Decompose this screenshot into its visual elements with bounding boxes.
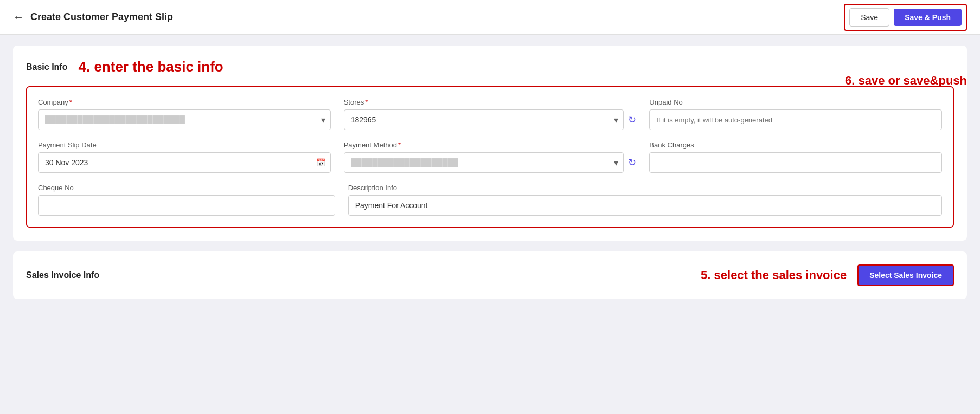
sales-invoice-section: Sales Invoice Info 5. select the sales i… bbox=[13, 251, 967, 299]
form-row-1: Company* ██████████████████████████ ▾ S bbox=[38, 98, 942, 130]
stores-group: Stores* 182965 ▾ ↻ bbox=[344, 98, 637, 130]
company-group: Company* ██████████████████████████ ▾ bbox=[38, 98, 331, 130]
unpaid-no-input[interactable] bbox=[649, 109, 942, 130]
step4-annotation: 4. enter the basic info bbox=[78, 59, 223, 75]
description-info-label: Description Info bbox=[348, 184, 942, 192]
header-actions: Save Save & Push bbox=[844, 4, 967, 31]
payment-slip-date-input[interactable] bbox=[38, 152, 331, 173]
sales-invoice-title: Sales Invoice Info bbox=[26, 270, 99, 280]
unpaid-no-label: Unpaid No bbox=[649, 98, 942, 106]
stores-label: Stores* bbox=[344, 98, 637, 106]
stores-select-control: 182965 ▾ ↻ bbox=[344, 109, 637, 130]
cheque-no-input[interactable] bbox=[38, 195, 335, 216]
company-select[interactable]: ██████████████████████████ bbox=[38, 109, 331, 130]
page-title: Create Customer Payment Slip bbox=[30, 11, 173, 23]
select-sales-invoice-button[interactable]: Select Sales Invoice bbox=[857, 264, 954, 286]
payment-method-select[interactable]: ████████████████████ bbox=[344, 152, 624, 173]
back-button[interactable]: ← bbox=[13, 11, 24, 23]
payment-slip-date-label: Payment Slip Date bbox=[38, 141, 331, 149]
payment-slip-date-group: Payment Slip Date 📅 bbox=[38, 141, 331, 173]
stores-refresh-icon[interactable]: ↻ bbox=[628, 114, 636, 126]
company-select-control: ██████████████████████████ ▾ bbox=[38, 109, 331, 130]
bank-charges-group: Bank Charges bbox=[649, 141, 942, 173]
form-outline: Company* ██████████████████████████ ▾ S bbox=[26, 86, 954, 228]
company-label: Company* bbox=[38, 98, 331, 106]
stores-select-wrapper: 182965 ▾ bbox=[344, 109, 624, 130]
step5-annotation: 5. select the sales invoice bbox=[701, 268, 847, 282]
payment-method-group: Payment Method* ████████████████████ ▾ ↻ bbox=[344, 141, 637, 173]
section-title: Basic Info bbox=[26, 62, 67, 72]
stores-select[interactable]: 182965 bbox=[344, 109, 624, 130]
payment-method-label: Payment Method* bbox=[344, 141, 637, 149]
form-row-2: Payment Slip Date 📅 Payment Method* ████… bbox=[38, 141, 942, 173]
step6-annotation: 6. save or save&push bbox=[845, 74, 967, 88]
company-select-wrapper: ██████████████████████████ ▾ bbox=[38, 109, 331, 130]
save-button[interactable]: Save bbox=[849, 8, 889, 27]
header-left: ← Create Customer Payment Slip bbox=[13, 11, 173, 23]
header: ← Create Customer Payment Slip Save Save… bbox=[0, 0, 980, 35]
cheque-no-group: Cheque No bbox=[38, 184, 335, 216]
bank-charges-input[interactable] bbox=[649, 152, 942, 173]
main-content: 6. save or save&push Basic Info 4. enter… bbox=[0, 35, 980, 310]
cheque-no-label: Cheque No bbox=[38, 184, 335, 192]
payment-method-select-wrapper: ████████████████████ ▾ bbox=[344, 152, 624, 173]
sales-invoice-header: Sales Invoice Info 5. select the sales i… bbox=[26, 264, 954, 286]
payment-method-select-control: ████████████████████ ▾ ↻ bbox=[344, 152, 637, 173]
basic-info-card: Basic Info 4. enter the basic info Compa… bbox=[13, 46, 967, 241]
save-push-button[interactable]: Save & Push bbox=[894, 9, 962, 26]
description-info-group: Description Info bbox=[348, 184, 942, 216]
unpaid-no-group: Unpaid No bbox=[649, 98, 942, 130]
payment-slip-date-control: 📅 bbox=[38, 152, 331, 173]
section-header: Basic Info 4. enter the basic info bbox=[26, 59, 954, 75]
description-info-input[interactable] bbox=[348, 195, 942, 216]
bank-charges-label: Bank Charges bbox=[649, 141, 942, 149]
payment-method-refresh-icon[interactable]: ↻ bbox=[628, 157, 636, 169]
form-row-3: Cheque No Description Info bbox=[38, 184, 942, 216]
